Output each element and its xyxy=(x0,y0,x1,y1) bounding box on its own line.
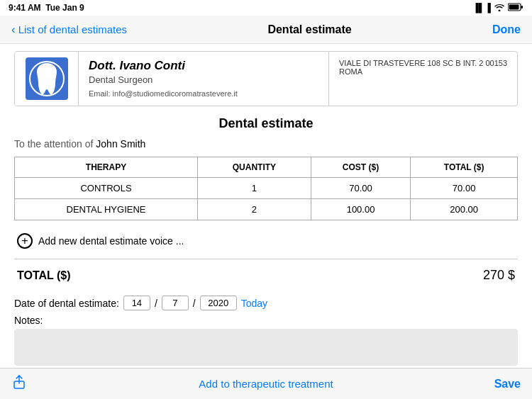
doctor-address: VIALE DI TRASTEVERE 108 SC B INT. 2 0015… xyxy=(328,52,517,106)
attention-label: To the attention of xyxy=(14,138,93,150)
status-time: 9:41 AM Tue Jan 9 xyxy=(9,3,84,13)
date-slash-2: / xyxy=(193,298,196,309)
doctor-card: Dott. Ivano Conti Dental Surgeon Email: … xyxy=(14,51,518,106)
done-button[interactable]: Done xyxy=(492,23,521,36)
col-cost: COST ($) xyxy=(311,157,410,178)
nav-title: Dental estimate xyxy=(267,23,351,36)
col-therapy: THERAPY xyxy=(15,157,198,178)
col-quantity: QUANTITY xyxy=(198,157,311,178)
status-icons: ▐▌▐ xyxy=(472,3,523,13)
main-content: Dott. Ivano Conti Dental Surgeon Email: … xyxy=(0,44,532,368)
cell-cost: 70.00 xyxy=(311,178,410,199)
notes-box[interactable] xyxy=(14,329,518,366)
signal-icon: ▐▌▐ xyxy=(472,3,491,13)
share-button[interactable] xyxy=(11,374,27,393)
estimate-table: THERAPY QUANTITY COST ($) TOTAL ($) CONT… xyxy=(14,157,518,220)
chevron-left-icon: ‹ xyxy=(11,23,16,37)
back-label: List of dental estimates xyxy=(18,23,127,35)
total-row: TOTAL ($) 270 $ xyxy=(14,259,518,291)
notes-label: Notes: xyxy=(14,315,518,326)
cell-therapy: CONTROLS xyxy=(15,178,198,199)
doctor-name: Dott. Ivano Conti xyxy=(89,59,318,73)
cell-total: 200.00 xyxy=(411,199,518,220)
estimate-title: Dental estimate xyxy=(14,116,518,131)
doctor-logo xyxy=(15,52,79,106)
cell-quantity: 2 xyxy=(198,199,311,220)
add-to-treatment-button[interactable]: Add to therapeutic treatment xyxy=(54,378,478,390)
total-value: 270 $ xyxy=(483,268,515,283)
status-bar: 9:41 AM Tue Jan 9 ▐▌▐ xyxy=(0,0,532,16)
date-month-input[interactable] xyxy=(162,296,189,310)
cell-therapy: DENTAL HYGIENE xyxy=(15,199,198,220)
patient-name: John Smith xyxy=(96,138,145,150)
date-slash-1: / xyxy=(155,298,157,309)
date-year-input[interactable] xyxy=(200,296,237,310)
today-button[interactable]: Today xyxy=(241,298,267,309)
nav-bar: ‹ List of dental estimates Dental estima… xyxy=(0,16,532,44)
date-label: Date of dental estimate: xyxy=(14,298,119,309)
add-circle-icon: + xyxy=(17,233,33,249)
date-day-input[interactable] xyxy=(123,296,150,310)
add-voice-button[interactable]: + Add new dental estimate voice ... xyxy=(14,227,518,254)
date-row: Date of dental estimate: / / Today xyxy=(14,291,518,315)
add-voice-label: Add new dental estimate voice ... xyxy=(38,235,184,247)
bottom-toolbar: Add to therapeutic treatment Save xyxy=(0,368,532,399)
cell-quantity: 1 xyxy=(198,178,311,199)
svg-rect-1 xyxy=(509,4,519,9)
toolbar-left xyxy=(11,374,54,393)
table-row: DENTAL HYGIENE 2 100.00 200.00 xyxy=(15,199,518,220)
cell-cost: 100.00 xyxy=(311,199,410,220)
tooth-icon xyxy=(26,57,68,100)
attention-line: To the attention of John Smith xyxy=(14,138,518,150)
table-row: CONTROLS 1 70.00 70.00 xyxy=(15,178,518,199)
wifi-icon xyxy=(494,3,505,13)
total-label: TOTAL ($) xyxy=(17,269,71,282)
battery-icon xyxy=(508,3,523,13)
back-button[interactable]: ‹ List of dental estimates xyxy=(11,23,127,37)
svg-rect-2 xyxy=(521,6,523,9)
col-total: TOTAL ($) xyxy=(411,157,518,178)
save-button[interactable]: Save xyxy=(478,378,521,390)
cell-total: 70.00 xyxy=(411,178,518,199)
doctor-title: Dental Surgeon xyxy=(89,74,318,85)
doctor-info: Dott. Ivano Conti Dental Surgeon Email: … xyxy=(79,52,328,106)
doctor-email: Email: info@studiomedicoromatrastevere.i… xyxy=(89,89,318,98)
